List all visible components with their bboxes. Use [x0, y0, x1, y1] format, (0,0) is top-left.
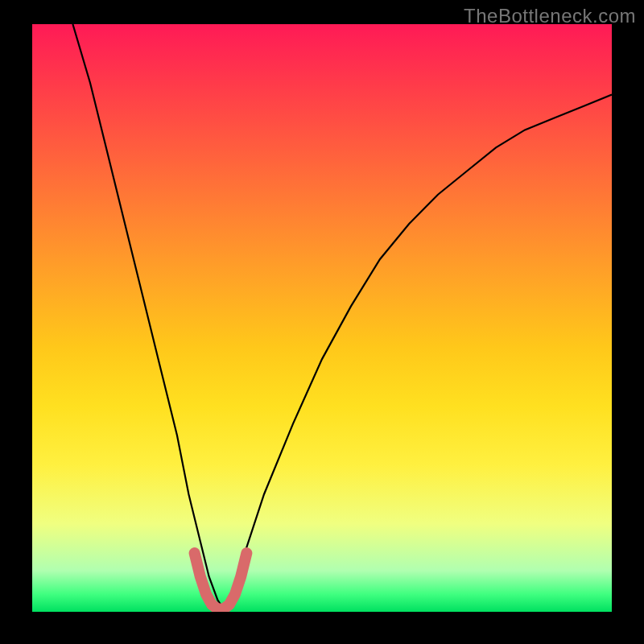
plot-area [32, 24, 612, 612]
curve-svg [32, 24, 612, 612]
bottleneck-curve [72, 24, 612, 609]
chart-frame: TheBottleneck.com [0, 0, 644, 644]
optimal-region [195, 553, 247, 609]
